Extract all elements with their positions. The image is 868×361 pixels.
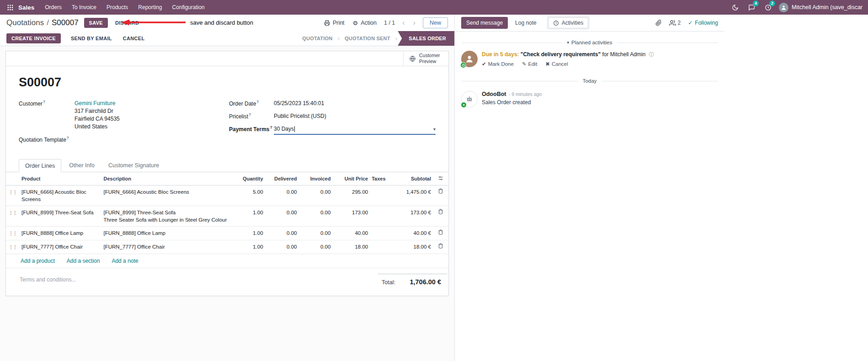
mark-done-button[interactable]: ✔Mark Done [482, 61, 514, 67]
drag-handle-icon[interactable]: ⋮⋮ [9, 190, 17, 195]
quotation-template-field-row: Quotation Template? [19, 136, 229, 143]
add-a-note-link[interactable]: Add a note [112, 258, 138, 264]
nav-item-orders[interactable]: Orders [40, 0, 67, 15]
send-by-email-button[interactable]: SEND BY EMAIL [67, 33, 116, 43]
cell-delivered: 0.00 [265, 206, 299, 227]
date-divider-label: Today [583, 78, 597, 84]
tab-order-lines[interactable]: Order Lines [19, 159, 61, 172]
cancel-order-button[interactable]: CANCEL [119, 33, 149, 43]
nav-item-to-invoice[interactable]: To Invoice [67, 0, 101, 15]
send-message-button[interactable]: Send message [461, 17, 508, 29]
customer-label: Customer? [19, 100, 75, 131]
cell-delivered: 0.00 [265, 227, 299, 240]
order-date-label: Order Date? [229, 100, 274, 107]
breadcrumb-quotations[interactable]: Quotations [6, 18, 44, 27]
odoobot-avatar: ♥ [461, 91, 478, 107]
dark-mode-icon[interactable] [728, 0, 742, 15]
planned-activities-toggle[interactable]: ▾ Planned activities [567, 40, 612, 45]
order-line-row[interactable]: ⋮⋮ [FURN_7777] Office Chair [FURN_7777] … [6, 240, 448, 254]
date-divider: Today [461, 78, 718, 84]
order-line-row[interactable]: ⋮⋮ [FURN_6666] Acoustic Bloc Screens [FU… [6, 186, 448, 206]
col-delivered: Delivered [265, 172, 299, 186]
printer-icon [324, 20, 330, 26]
payment-terms-input[interactable]: 30 Days ▾ [274, 125, 436, 135]
cell-unit-price: 173.00 [332, 206, 370, 227]
breadcrumb-current: S00007 [52, 18, 79, 27]
payment-terms-field-row: Payment Terms? 30 Days ▾ [229, 125, 436, 135]
nav-item-configuration[interactable]: Configuration [167, 0, 209, 15]
drag-handle-icon[interactable]: ⋮⋮ [9, 210, 17, 215]
state-sales-order[interactable]: SALES ORDER [398, 31, 454, 46]
action-button[interactable]: ⚙ Action [352, 19, 378, 27]
app-brand[interactable]: Sales [18, 4, 34, 11]
user-menu[interactable]: Mitchell Admin (save_discar [777, 3, 864, 12]
check-icon: ✔ [482, 61, 486, 67]
form-view: Quotations / S00007 SAVE DISCARD Print ⚙… [0, 15, 455, 361]
cell-invoiced: 0.00 [298, 206, 332, 227]
heart-badge: ♥ [461, 102, 467, 108]
state-quotation-sent[interactable]: QUOTATION SENT [340, 31, 395, 46]
tab-customer-signature[interactable]: Customer Signature [102, 159, 165, 172]
customer-preview-button[interactable]: Customer Preview [403, 51, 448, 66]
quotation-template-field[interactable] [75, 136, 229, 143]
activities-clock-icon[interactable]: 2 [761, 0, 775, 15]
terms-placeholder[interactable]: Terms and conditions... [20, 276, 76, 283]
tab-other-info[interactable]: Other Info [63, 159, 101, 172]
optional-columns-icon[interactable] [438, 175, 443, 181]
help-marker: ? [256, 100, 259, 104]
print-button[interactable]: Print [323, 19, 346, 27]
cell-invoiced: 0.00 [298, 186, 332, 206]
order-line-row[interactable]: ⋮⋮ [FURN_8888] Office Lamp [FURN_8888] O… [6, 227, 448, 240]
save-button[interactable]: SAVE [84, 18, 108, 28]
info-icon[interactable]: ⓘ [649, 52, 654, 57]
following-button[interactable]: ✓ Following [688, 20, 718, 26]
delete-line-icon[interactable] [438, 188, 443, 194]
control-panel: Quotations / S00007 SAVE DISCARD Print ⚙… [0, 15, 454, 31]
state-quotation[interactable]: QUOTATION [298, 31, 337, 46]
edit-activity-button[interactable]: ✎Edit [522, 61, 537, 67]
order-date-field[interactable]: 05/25/2023 15:40:01 [274, 100, 436, 107]
cell-taxes [370, 227, 396, 240]
delete-line-icon[interactable] [438, 209, 443, 214]
delete-line-icon[interactable] [438, 229, 443, 235]
total-block: Total: 1,706.00 € [378, 274, 447, 286]
add-a-section-link[interactable]: Add a section [67, 258, 100, 264]
dropdown-caret-icon[interactable]: ▾ [433, 125, 436, 133]
apps-grid-icon[interactable] [4, 1, 16, 14]
drag-handle-icon[interactable]: ⋮⋮ [9, 244, 17, 250]
message-time: - 9 minutes ago [509, 91, 542, 97]
message-author[interactable]: OdooBot [482, 91, 506, 97]
top-navbar: Sales Orders To Invoice Products Reporti… [0, 0, 868, 15]
pager-previous-icon[interactable]: ‹ [401, 19, 405, 27]
followers-icon[interactable]: 2 [669, 20, 681, 27]
text-cursor [294, 126, 295, 132]
cell-taxes [370, 186, 396, 206]
message-body: Sales Order created [482, 99, 542, 106]
clock-icon [553, 20, 559, 26]
statusbar-states: QUOTATION › QUOTATION SENT › SALES ORDER [298, 31, 454, 46]
delete-line-icon[interactable] [438, 243, 443, 249]
cell-unit-price: 40.00 [332, 227, 370, 240]
cell-product: [FURN_6666] Acoustic Bloc Screens [20, 186, 102, 206]
log-note-button[interactable]: Log note [513, 17, 538, 29]
address-line: 317 Fairchild Dr [75, 107, 229, 115]
messages-icon[interactable]: 4 [744, 0, 759, 15]
cell-description: [FURN_6666] Acoustic Bloc Screens [102, 186, 232, 206]
discard-button[interactable]: DISCARD [113, 18, 141, 28]
order-line-row[interactable]: ⋮⋮ [FURN_8999] Three-Seat Sofa [FURN_899… [6, 206, 448, 227]
new-button[interactable]: New [423, 17, 448, 28]
activities-button[interactable]: Activities [548, 17, 588, 28]
cancel-activity-button[interactable]: ✖Cancel [545, 61, 568, 67]
pager-next-icon[interactable]: › [412, 19, 416, 27]
cell-taxes [370, 206, 396, 227]
drag-handle-icon[interactable]: ⋮⋮ [9, 231, 17, 236]
cell-subtotal: 40.00 € [396, 227, 433, 240]
create-invoice-button[interactable]: CREATE INVOICE [6, 33, 61, 43]
user-name: Mitchell Admin (save_discar [792, 4, 863, 11]
nav-item-reporting[interactable]: Reporting [133, 0, 167, 15]
nav-item-products[interactable]: Products [101, 0, 133, 15]
customer-link[interactable]: Gemini Furniture [75, 100, 115, 106]
pricelist-field[interactable]: Public Pricelist (USD) [274, 112, 436, 120]
add-a-product-link[interactable]: Add a product [21, 258, 55, 264]
attachments-icon[interactable] [655, 20, 662, 26]
